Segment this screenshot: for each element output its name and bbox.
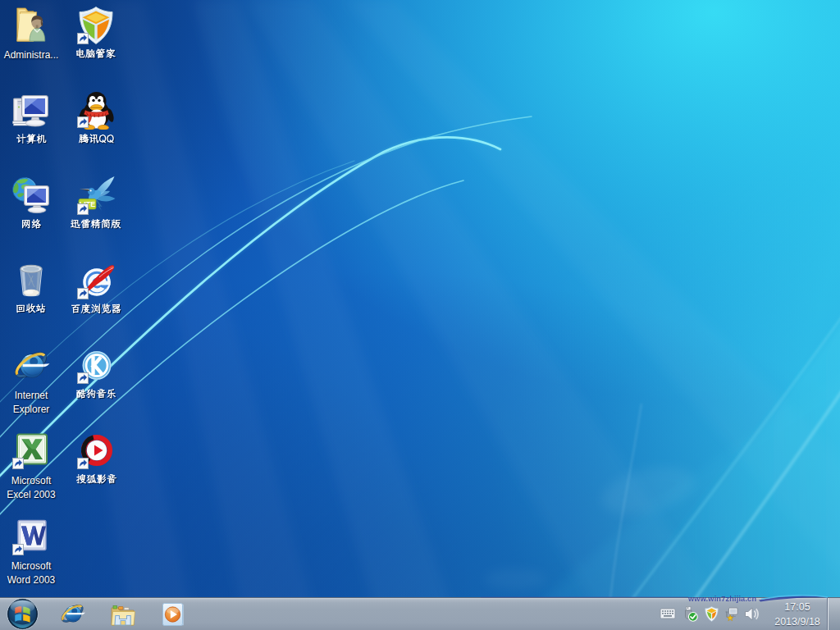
svg-text:www.win7zhijia.cn: www.win7zhijia.cn: [687, 595, 756, 603]
